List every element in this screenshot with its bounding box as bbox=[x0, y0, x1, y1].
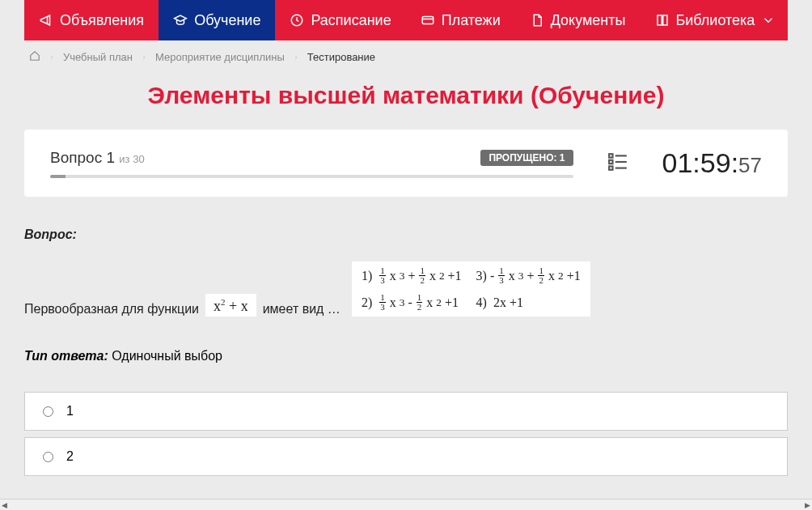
nav-label: Обучение bbox=[194, 12, 260, 29]
progress-bar bbox=[50, 175, 573, 178]
megaphone-icon bbox=[39, 13, 53, 28]
answer-option[interactable]: 2 bbox=[24, 437, 788, 476]
svg-rect-1 bbox=[422, 17, 433, 24]
top-nav: Объявления Обучение Расписание Платежи Д… bbox=[24, 0, 788, 40]
math-option-4: 4) 2x +1 bbox=[476, 295, 581, 310]
answer-radio[interactable] bbox=[43, 452, 53, 462]
question-list-button[interactable] bbox=[606, 151, 630, 176]
nav-documents[interactable]: Документы bbox=[515, 0, 641, 40]
nav-learning[interactable]: Обучение bbox=[159, 0, 275, 40]
question-text-suffix: имеет вид … bbox=[263, 302, 340, 317]
timer: 01:59:57 bbox=[662, 147, 762, 179]
progress-fill bbox=[50, 175, 66, 178]
math-option-1: 1) 13x3+12x2+1 bbox=[362, 266, 462, 285]
doc-icon bbox=[530, 13, 544, 28]
nav-label: Объявления bbox=[60, 12, 144, 29]
chevron-right-icon bbox=[141, 54, 147, 61]
clock-icon bbox=[290, 13, 304, 28]
nav-schedule[interactable]: Расписание bbox=[275, 0, 405, 40]
question-text-prefix: Первообразная для функции bbox=[24, 302, 199, 317]
answer-label: 2 bbox=[66, 449, 74, 464]
question-block: Вопрос: Первообразная для функции x2 + x… bbox=[24, 227, 788, 317]
scroll-left-icon: ◀ bbox=[2, 501, 7, 509]
nav-announcements[interactable]: Объявления bbox=[24, 0, 159, 40]
answer-radio[interactable] bbox=[43, 406, 53, 417]
nav-label: Расписание bbox=[311, 12, 391, 29]
nav-payments[interactable]: Платежи bbox=[406, 0, 515, 40]
math-option-3: 3) -13x3+12x2+1 bbox=[476, 266, 581, 285]
horizontal-scrollbar[interactable]: ◀ ▶ bbox=[0, 499, 812, 510]
page-title: Элементы высшей математики (Обучение) bbox=[24, 82, 788, 109]
book-icon bbox=[655, 13, 670, 28]
nav-label: Библиотека bbox=[676, 12, 755, 29]
gradcap-icon bbox=[173, 13, 188, 28]
answer-type: Тип ответа: Одиночный выбор bbox=[24, 349, 788, 363]
skipped-badge: ПРОПУЩЕНО: 1 bbox=[480, 150, 573, 166]
answer-label: 1 bbox=[66, 404, 74, 419]
home-icon[interactable] bbox=[29, 50, 40, 64]
svg-rect-2 bbox=[609, 154, 612, 157]
chevron-right-icon bbox=[49, 54, 55, 61]
breadcrumb-link[interactable]: Мероприятие дисциплины bbox=[155, 51, 285, 63]
nav-label: Документы bbox=[551, 12, 626, 29]
card-icon bbox=[421, 13, 435, 28]
breadcrumb: Учебный план Мероприятие дисциплины Тест… bbox=[24, 40, 788, 74]
math-option-2: 2) 13x3-12x2+1 bbox=[362, 293, 462, 312]
breadcrumb-current: Тестирование bbox=[307, 51, 375, 63]
svg-rect-4 bbox=[609, 166, 612, 169]
question-heading: Вопрос: bbox=[24, 227, 788, 242]
formula-options: 1) 13x3+12x2+1 3) -13x3+12x2+1 2) 13x3-1… bbox=[352, 261, 590, 317]
scroll-right-icon: ▶ bbox=[805, 501, 810, 509]
chevron-down-icon bbox=[761, 13, 776, 28]
question-counter: Вопрос 1 из 30 bbox=[50, 149, 145, 167]
svg-rect-3 bbox=[609, 159, 612, 163]
nav-label: Платежи bbox=[442, 12, 501, 29]
formula-inline: x2 + x bbox=[205, 294, 256, 317]
breadcrumb-link[interactable]: Учебный план bbox=[63, 51, 133, 63]
answer-option[interactable]: 1 bbox=[24, 392, 788, 431]
answers-list: 1 2 bbox=[24, 392, 788, 476]
nav-library[interactable]: Библиотека bbox=[641, 0, 791, 40]
status-card: Вопрос 1 из 30 ПРОПУЩЕНО: 1 01:59: bbox=[24, 130, 788, 197]
chevron-right-icon bbox=[293, 54, 299, 61]
